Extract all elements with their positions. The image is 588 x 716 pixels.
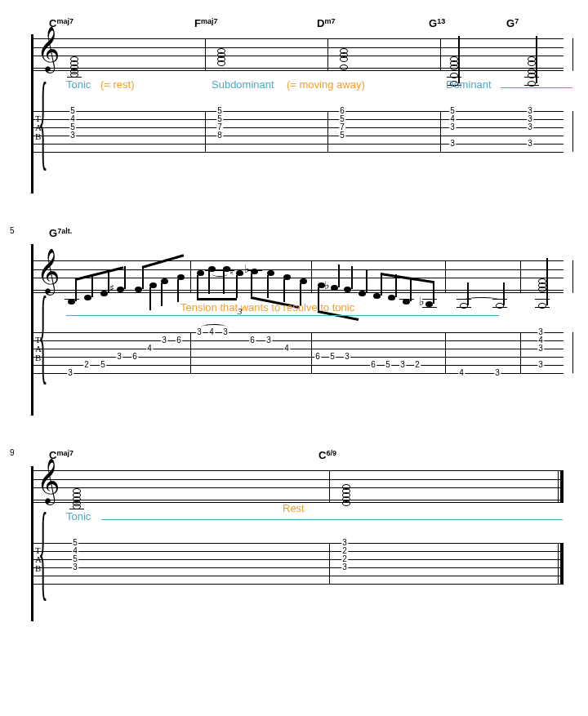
treble-clef-icon: 𝄞 [37,29,60,69]
tab-fret: 3 [196,328,203,336]
tab-label-icon: TAB [35,336,41,362]
tab-fret: 3 [161,336,167,345]
note [117,287,124,292]
barline [190,260,191,293]
barline [440,38,441,71]
barline [205,38,206,71]
barline [190,332,191,373]
treble-clef-icon: 𝄞 [37,251,60,291]
annot-tension: Tension that wants to resolve to tonic [180,301,354,314]
treble-staff-3: 𝄞 [33,466,564,507]
tab-label-icon: TAB [35,546,41,573]
treble-staff-2: 𝄞 3 [33,244,564,301]
tab-fret: 3 [72,563,78,571]
chord-dm7: Dm7 [317,16,335,29]
chord-g7alt: G7alt. [49,226,72,239]
chord-fmaj7: Fmaj7 [194,16,217,29]
tab-fret: 5 [385,361,391,369]
tab-fret: 8 [216,131,223,140]
staff-wrap-2: { 𝄞 3 Tension that wants to resolve to t… [31,244,564,416]
tab-fret: 3 [527,140,533,148]
tab-fret: 6 [370,361,376,369]
tab-fret: 3 [344,353,350,361]
barline [572,332,573,373]
underline-icon [101,518,563,520]
tab-fret: 4 [146,345,153,353]
barline [572,38,573,71]
tab-fret: 6 [314,353,321,361]
tab-fret: 3 [265,336,272,345]
underline-icon [501,87,572,88]
tab-fret: 3 [116,353,122,361]
barline [329,543,330,584]
tab-fret: 3 [222,328,229,336]
chord-g13: G13 [429,16,445,29]
barline [327,111,328,152]
barline [520,332,521,373]
tab-fret: 5 [329,353,336,361]
note [331,285,338,291]
tab-fret: 6 [131,353,138,361]
tab-fret: 3 [449,140,456,148]
barline [329,470,330,503]
tab-fret: 3 [537,345,544,353]
tab-staff-2: TAB 325364363436346536532433433 [33,332,564,381]
system-2: 5 G7alt. { 𝄞 3 Tension that wants to res… [16,226,564,416]
measure-number-9: 9 [10,448,15,457]
tab-fret: 5 [339,131,345,140]
note [344,287,351,292]
note [359,291,366,296]
underline-icon [66,314,499,316]
tab-fret: 3 [537,361,544,369]
tab-fret: 3 [527,123,533,131]
barline [520,260,521,293]
annot-rest: (= rest) [100,78,135,91]
tab-fret: 6 [176,336,182,345]
treble-clef-icon: 𝄞 [37,461,60,500]
endbar-icon [558,543,564,584]
tab-fret: 3 [399,361,406,369]
tab-fret: 2 [414,361,421,369]
barline [572,260,573,293]
endbar-icon [558,470,564,503]
tab-fret: 3 [494,369,501,377]
staff-wrap-1: { 𝄞 Tonic (= rest) Subdominant (= moving… [31,34,564,193]
chord-row-2: G7alt. [49,226,564,241]
annot-tonic-2: Tonic [66,510,91,523]
chord-row-1: Cmaj7 Fmaj7 Dm7 G13 G7 [49,16,564,31]
tab-fret: 6 [249,336,256,345]
barline [311,332,312,373]
note [100,291,108,296]
note [388,295,395,300]
barline [445,332,446,373]
barline [311,260,312,293]
tab-fret: 3 [67,369,74,377]
barline [327,38,328,71]
tab-fret: 4 [208,328,215,336]
barline [445,260,446,293]
system-1: Cmaj7 Fmaj7 Dm7 G13 G7 { 𝄞 Tonic (= rest… [16,16,564,193]
barline [572,111,573,152]
tab-fret: 3 [341,563,348,571]
note [135,287,142,292]
tab-fret: 3 [69,131,76,140]
annot-rest-2: Rest [283,502,305,514]
tab-fret: 2 [83,361,90,369]
tab-fret: 5 [100,361,106,369]
chord-row-3: Cmaj7 C6/9 [49,448,564,463]
annot-tonic: Tonic [66,78,91,91]
tab-label-icon: TAB [35,114,41,141]
barline [440,111,441,152]
tab-fret: 4 [458,369,465,377]
treble-staff-1: 𝄞 [33,34,564,75]
system-3: 9 Cmaj7 C6/9 { 𝄞 Tonic Rest TAB 54533223 [16,448,564,621]
staff-wrap-3: { 𝄞 Tonic Rest TAB 54533223 [31,466,564,621]
tab-staff-3: TAB 54533223 [33,543,564,584]
barline [205,111,206,152]
chord-c69: C6/9 [318,448,336,461]
chord-g7: G7 [506,16,519,29]
note [84,295,91,300]
measure-number-5: 5 [10,226,15,235]
annot-moving: (= moving away) [287,78,365,91]
tab-staff-1: TAB 54535578657554333333 [33,111,564,152]
